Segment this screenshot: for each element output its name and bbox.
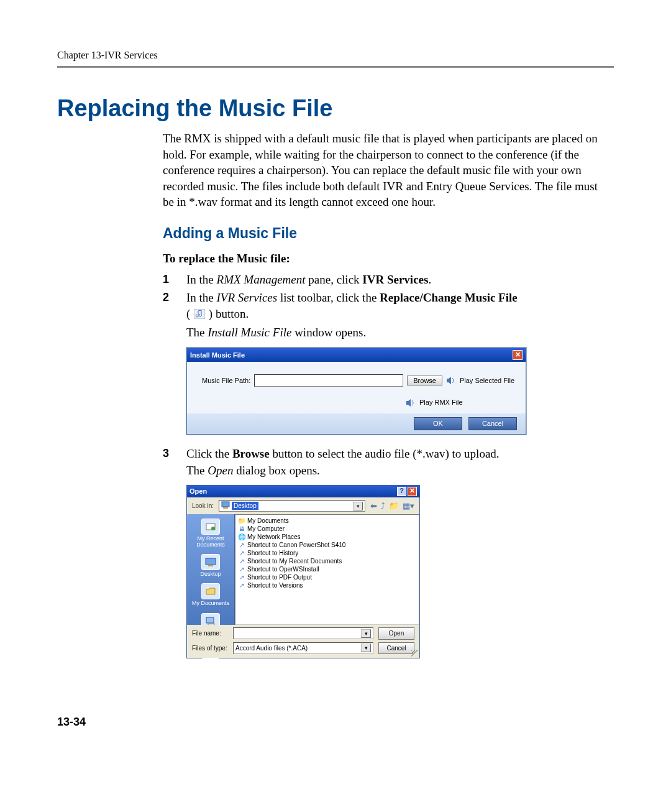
shortcut-icon: ↗ bbox=[238, 565, 245, 573]
list-item[interactable]: ↗Shortcut to Canon PowerShot S410 bbox=[238, 541, 416, 549]
files-of-type-label: Files of type: bbox=[192, 644, 228, 653]
file-name: My Documents bbox=[247, 517, 289, 525]
svg-rect-7 bbox=[206, 558, 216, 565]
speaker-icon[interactable] bbox=[406, 399, 416, 407]
window-titlebar: Open ? ✕ bbox=[187, 486, 419, 497]
step-text: window opens. bbox=[291, 326, 366, 339]
file-name: Shortcut to PDF Output bbox=[247, 573, 312, 581]
resize-grip-icon[interactable] bbox=[411, 650, 419, 657]
music-path-input[interactable] bbox=[254, 374, 403, 387]
place-recent[interactable]: My Recent Documents bbox=[188, 519, 233, 548]
chevron-down-icon[interactable]: ▾ bbox=[361, 644, 371, 652]
step-text: The bbox=[186, 326, 208, 339]
help-icon[interactable]: ? bbox=[397, 487, 406, 496]
header-rule bbox=[57, 66, 614, 68]
new-folder-icon[interactable]: 📁 bbox=[389, 501, 399, 512]
list-item[interactable]: 🌐My Network Places bbox=[238, 533, 416, 541]
step-text: button to select the audio file (*.wav) … bbox=[270, 447, 500, 460]
file-name-label: File name: bbox=[192, 629, 228, 638]
chevron-down-icon[interactable]: ▾ bbox=[361, 629, 371, 638]
step-text: The bbox=[186, 464, 208, 477]
svg-rect-4 bbox=[223, 507, 228, 509]
file-name: Shortcut to Canon PowerShot S410 bbox=[247, 541, 345, 549]
step-text: ) button. bbox=[206, 307, 249, 320]
open-dialog-window: Open ? ✕ Look in: Desktop bbox=[186, 485, 420, 658]
cancel-button[interactable]: Cancel bbox=[378, 642, 414, 655]
page-title: Replacing the Music File bbox=[57, 93, 614, 124]
close-icon[interactable]: ✕ bbox=[408, 487, 417, 496]
folder-icon: 📁 bbox=[238, 517, 245, 525]
step-text: ( bbox=[186, 307, 193, 320]
page: Chapter 13-IVR Services Replacing the Mu… bbox=[0, 0, 671, 767]
svg-rect-3 bbox=[222, 502, 229, 507]
speaker-icon[interactable] bbox=[446, 376, 456, 385]
place-label: My Recent Documents bbox=[188, 536, 233, 548]
list-item[interactable]: 📁My Documents bbox=[238, 517, 416, 525]
up-icon[interactable]: ⤴ bbox=[381, 501, 385, 512]
step-1: 1 In the RMX Management pane, click IVR … bbox=[163, 272, 608, 288]
play-rmx-link[interactable]: Play RMX File bbox=[419, 398, 463, 407]
step-number: 1 bbox=[163, 272, 186, 288]
step-text-em: Open bbox=[208, 464, 233, 477]
ok-button[interactable]: OK bbox=[414, 417, 462, 430]
chapter-header: Chapter 13-IVR Services bbox=[57, 48, 614, 62]
file-name: Shortcut to History bbox=[247, 549, 298, 557]
step-2: 2 In the IVR Services list toolbar, clic… bbox=[163, 290, 608, 443]
svg-marker-2 bbox=[406, 399, 411, 407]
shortcut-icon: ↗ bbox=[238, 581, 245, 589]
chevron-down-icon[interactable]: ▾ bbox=[353, 502, 363, 510]
list-item[interactable]: ↗Shortcut to PDF Output bbox=[238, 573, 416, 581]
list-item[interactable]: 🖥My Computer bbox=[238, 525, 416, 533]
svg-rect-9 bbox=[206, 617, 214, 623]
procedure-lead: To replace the Music file: bbox=[163, 251, 608, 267]
list-item[interactable]: ↗Shortcut to History bbox=[238, 549, 416, 557]
play-selected-link[interactable]: Play Selected File bbox=[460, 376, 514, 385]
list-item[interactable]: ↗Shortcut to Versions bbox=[238, 581, 416, 589]
window-title: Open bbox=[189, 487, 207, 496]
cancel-button[interactable]: Cancel bbox=[468, 417, 517, 430]
music-path-label: Music File Path: bbox=[202, 376, 250, 385]
list-item[interactable]: ↗Shortcut to OperWSInstall bbox=[238, 565, 416, 573]
svg-marker-1 bbox=[447, 377, 451, 384]
place-documents[interactable]: My Documents bbox=[188, 583, 233, 606]
step-3: 3 Click the Browse button to select the … bbox=[163, 446, 608, 671]
close-icon[interactable]: ✕ bbox=[513, 350, 523, 360]
step-text-bold: IVR Services bbox=[362, 273, 428, 286]
lookin-label: Look in: bbox=[192, 502, 214, 510]
back-icon[interactable]: ⬅ bbox=[370, 501, 377, 512]
svg-point-6 bbox=[211, 527, 215, 530]
shortcut-icon: ↗ bbox=[238, 549, 245, 557]
step-text-em: IVR Services bbox=[217, 291, 278, 304]
shortcut-icon: ↗ bbox=[238, 573, 245, 581]
step-text-bold: Browse bbox=[232, 447, 270, 460]
file-name: Shortcut to OperWSInstall bbox=[247, 565, 319, 573]
file-name: My Network Places bbox=[247, 533, 301, 541]
page-number: 13-34 bbox=[57, 714, 614, 729]
step-number: 3 bbox=[163, 446, 186, 671]
places-bar: My Recent Documents Desktop My Documents… bbox=[187, 514, 235, 625]
browse-button[interactable]: Browse bbox=[407, 376, 442, 385]
place-label: My Documents bbox=[188, 601, 233, 606]
files-of-type-value: Accord Audio files (*.ACA) bbox=[235, 644, 308, 653]
step-text-bold: Replace/Change Music File bbox=[380, 291, 518, 304]
computer-icon: 🖥 bbox=[238, 525, 245, 533]
open-button[interactable]: Open bbox=[378, 627, 414, 640]
file-name: Shortcut to Versions bbox=[247, 581, 303, 589]
lookin-dropdown[interactable]: Desktop ▾ bbox=[219, 500, 365, 512]
list-item[interactable]: ↗Shortcut to My Recent Documents bbox=[238, 557, 416, 565]
lookin-selected: Desktop bbox=[232, 502, 258, 510]
install-music-file-window: Install Music File ✕ Music File Path: Br… bbox=[186, 348, 526, 435]
intro-paragraph: The RMX is shipped with a default music … bbox=[163, 131, 608, 210]
file-name: Shortcut to My Recent Documents bbox=[247, 557, 342, 565]
step-text: In the bbox=[186, 273, 217, 286]
place-desktop[interactable]: Desktop bbox=[188, 554, 233, 577]
file-list[interactable]: 📁My Documents 🖥My Computer 🌐My Network P… bbox=[235, 514, 419, 625]
desktop-icon bbox=[221, 501, 230, 511]
files-of-type-dropdown[interactable]: Accord Audio files (*.ACA)▾ bbox=[233, 642, 373, 654]
file-name: My Computer bbox=[247, 525, 285, 533]
step-text: . bbox=[428, 273, 431, 286]
step-text: Click the bbox=[186, 447, 232, 460]
svg-rect-8 bbox=[208, 565, 213, 566]
file-name-input[interactable]: ▾ bbox=[233, 627, 373, 639]
views-icon[interactable]: ▦▾ bbox=[403, 501, 414, 512]
